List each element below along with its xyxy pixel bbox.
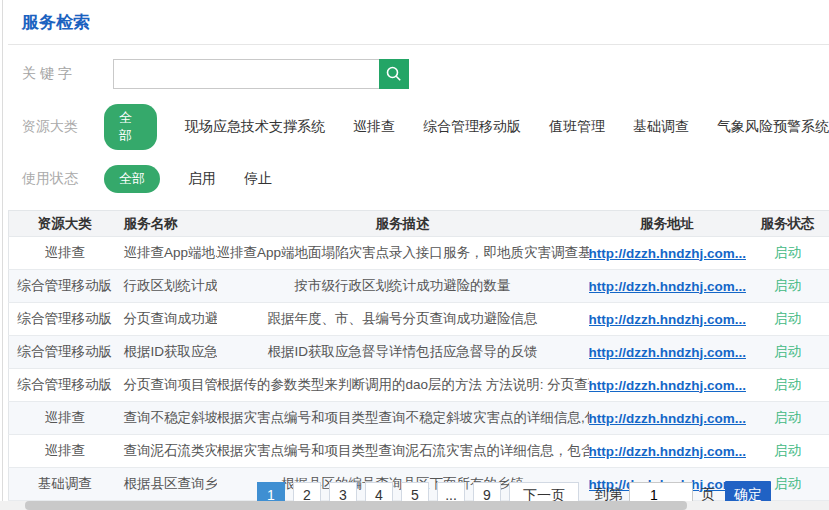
cell-service-name: 根据ID获取应急... <box>121 336 217 369</box>
title-divider <box>8 44 829 45</box>
status-badge: 启动 <box>774 344 801 359</box>
cell-service-name: 查询泥石流类灾... <box>121 435 217 468</box>
table-row: 综合管理移动版 根据ID获取应急... 根据ID获取应急督导详情包括应急督导的反… <box>9 336 829 369</box>
keyword-label: 关 键 字 <box>22 65 84 83</box>
cell-service-name: 分页查询成功避... <box>121 303 217 336</box>
status-option-enabled[interactable]: 启用 <box>188 170 216 188</box>
header-service-status: 服务状态 <box>746 211 829 237</box>
service-url-link[interactable]: http://dzzh.hndzhj.com... <box>589 312 746 327</box>
search-icon <box>385 65 403 83</box>
page-title: 服务检索 <box>0 0 829 34</box>
filter-option-patrol-check[interactable]: 巡排查 <box>353 118 395 136</box>
page-left-border <box>2 0 3 510</box>
service-url-link[interactable]: http://dzzh.hndzhj.com... <box>589 444 746 459</box>
service-url-link[interactable]: http://dzzh.hndzhj.com... <box>589 411 746 426</box>
search-box <box>113 59 409 89</box>
table-row: 综合管理移动版 分页查询项目管... 根据传的参数类型来判断调用的dao层的方法… <box>9 369 829 402</box>
table-row: 综合管理移动版 行政区划统计成... 按市级行政区划统计成功避险的数量 http… <box>9 270 829 303</box>
service-url-link[interactable]: http://dzzh.hndzhj.com... <box>589 279 746 294</box>
usage-status-options: 全部 启用 停止 <box>104 165 272 193</box>
resource-category-label: 资源大类 <box>22 118 84 136</box>
filter-option-basic-survey[interactable]: 基础调查 <box>633 118 689 136</box>
header-resource-category: 资源大类 <box>9 211 121 237</box>
filter-option-mobile-management[interactable]: 综合管理移动版 <box>423 118 521 136</box>
service-table: 资源大类 服务名称 服务描述 服务地址 服务状态 巡排查 巡排查App端地...… <box>8 210 829 501</box>
filter-row-resource-category: 资源大类 全部 现场应急技术支撑系统 巡排查 综合管理移动版 值班管理 基础调查… <box>22 104 829 150</box>
service-search-page: 服务检索 关 键 字 资源大类 全部 现场应急技术支撑系统 巡排查 综合管理移动… <box>0 0 829 510</box>
horizontal-scrollbar-thumb[interactable] <box>25 501 687 510</box>
cell-description: 根据传的参数类型来判断调用的dao层的方法 方法说明: 分页查询 调... <box>217 369 589 402</box>
cell-service-name: 分页查询项目管... <box>121 369 217 402</box>
status-badge: 启动 <box>774 410 801 425</box>
status-badge: 启动 <box>774 443 801 458</box>
table-row: 巡排查 巡排查App端地... 巡排查App端地面塌陷灾害点录入接口服务，即地质… <box>9 237 829 270</box>
table-row: 巡排查 查询泥石流类灾... 根据灾害点编号和项目类型查询泥石流灾害点的详细信息… <box>9 435 829 468</box>
filter-row-usage-status: 使用状态 全部 启用 停止 <box>22 165 829 193</box>
filter-option-all-selected[interactable]: 全部 <box>104 104 157 150</box>
service-url-link[interactable]: http://dzzh.hndzhj.com... <box>589 345 746 360</box>
cell-category: 综合管理移动版 <box>9 336 121 369</box>
header-service-description: 服务描述 <box>217 211 589 237</box>
cell-description: 巡排查App端地面塌陷灾害点录入接口服务，即地质灾害调查基本信... <box>217 237 589 270</box>
service-url-link[interactable]: http://dzzh.hndzhj.com... <box>589 246 746 261</box>
cell-category: 巡排查 <box>9 402 121 435</box>
cell-category: 综合管理移动版 <box>9 303 121 336</box>
filter-option-weather-risk-warning[interactable]: 气象风险预警系统 <box>717 118 829 136</box>
status-badge: 启动 <box>774 278 801 293</box>
horizontal-scrollbar-track[interactable] <box>0 501 829 510</box>
cell-category: 综合管理移动版 <box>9 270 121 303</box>
cell-description: 根据灾害点编号和项目类型查询不稳定斜坡灾害点的详细信息,包括详... <box>217 402 589 435</box>
filter-option-onsite-emergency[interactable]: 现场应急技术支撑系统 <box>185 118 325 136</box>
cell-service-name: 根据县区查询乡... <box>121 468 217 501</box>
header-service-name: 服务名称 <box>121 211 217 237</box>
status-option-stopped[interactable]: 停止 <box>244 170 272 188</box>
resource-category-options: 全部 现场应急技术支撑系统 巡排查 综合管理移动版 值班管理 基础调查 气象风险… <box>104 104 829 150</box>
cell-service-name: 查询不稳定斜坡... <box>121 402 217 435</box>
keyword-search-row: 关 键 字 <box>22 59 829 89</box>
keyword-input[interactable] <box>113 59 379 89</box>
cell-service-name: 巡排查App端地... <box>121 237 217 270</box>
cell-description: 根据ID获取应急督导详情包括应急督导的反馈 <box>217 336 589 369</box>
status-badge: 启动 <box>774 245 801 260</box>
status-badge: 启动 <box>774 311 801 326</box>
table-row: 巡排查 查询不稳定斜坡... 根据灾害点编号和项目类型查询不稳定斜坡灾害点的详细… <box>9 402 829 435</box>
cell-category: 基础调查 <box>9 468 121 501</box>
service-url-link[interactable]: http://dzzh.hndzhj.com... <box>589 378 746 393</box>
search-button[interactable] <box>379 59 409 89</box>
cell-category: 综合管理移动版 <box>9 369 121 402</box>
table-row: 综合管理移动版 分页查询成功避... 跟据年度、市、县编号分页查询成功避险信息 … <box>9 303 829 336</box>
cell-description: 跟据年度、市、县编号分页查询成功避险信息 <box>217 303 589 336</box>
table-header-row: 资源大类 服务名称 服务描述 服务地址 服务状态 <box>9 211 829 237</box>
cell-description: 按市级行政区划统计成功避险的数量 <box>217 270 589 303</box>
cell-service-name: 行政区划统计成... <box>121 270 217 303</box>
cell-category: 巡排查 <box>9 435 121 468</box>
status-badge: 启动 <box>774 476 801 491</box>
filter-option-duty-management[interactable]: 值班管理 <box>549 118 605 136</box>
status-option-all-selected[interactable]: 全部 <box>104 165 160 193</box>
cell-category: 巡排查 <box>9 237 121 270</box>
cell-description: 根据灾害点编号和项目类型查询泥石流灾害点的详细信息，包含两卡... <box>217 435 589 468</box>
status-badge: 启动 <box>774 377 801 392</box>
header-service-address: 服务地址 <box>589 211 746 237</box>
usage-status-label: 使用状态 <box>22 170 84 188</box>
